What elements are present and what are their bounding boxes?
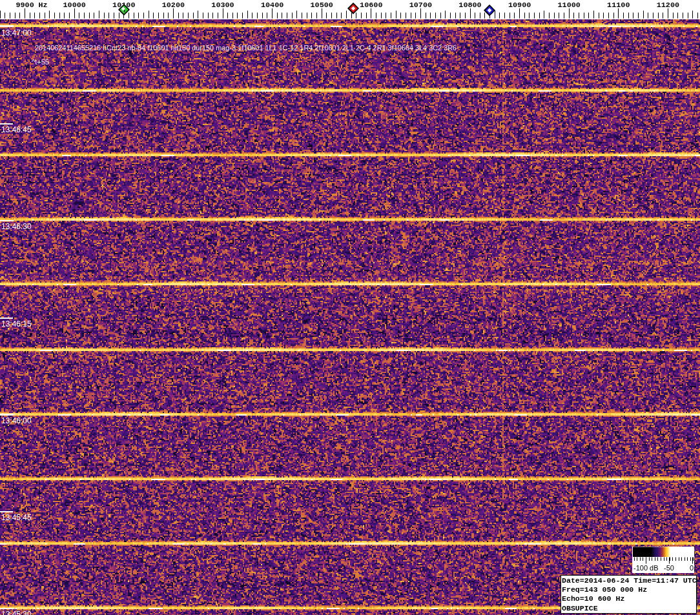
svg-text:9900: 9900 (15, 1, 34, 10)
svg-text:Hz: Hz (39, 1, 48, 10)
svg-text:11200: 11200 (657, 1, 679, 10)
svg-text:10300: 10300 (211, 1, 234, 10)
svg-text:10200: 10200 (162, 1, 185, 10)
svg-text:10500: 10500 (310, 1, 333, 10)
svg-text:10000: 10000 (63, 1, 85, 10)
svg-text:10800: 10800 (458, 1, 481, 10)
svg-text:11100: 11100 (607, 1, 630, 10)
svg-text:10400: 10400 (261, 1, 283, 10)
svg-text:11000: 11000 (557, 1, 580, 10)
svg-text:10700: 10700 (409, 1, 432, 10)
svg-text:10600: 10600 (360, 1, 382, 10)
svg-text:10900: 10900 (508, 1, 531, 10)
